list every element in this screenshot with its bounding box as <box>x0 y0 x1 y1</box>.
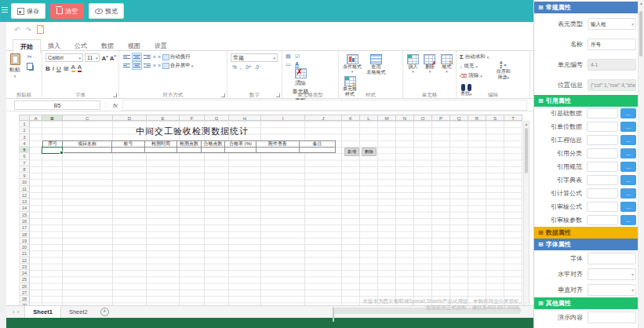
ref-more-button[interactable]: ... <box>620 202 636 212</box>
dialog-launcher-icon[interactable] <box>276 93 280 97</box>
fill-button[interactable]: ↓填充▾ <box>460 63 489 70</box>
indent-right-icon[interactable]: » <box>158 63 161 68</box>
row-header-14[interactable]: 14 <box>19 205 30 211</box>
column-header-R[interactable]: R <box>468 115 486 121</box>
row-header-21[interactable]: 21 <box>19 250 30 257</box>
ref-more-button[interactable]: ... <box>620 135 636 145</box>
paste-button[interactable]: 粘贴▾ <box>9 53 20 78</box>
font-name-select[interactable]: Calibri▾ <box>45 53 83 62</box>
column-header-M[interactable]: M <box>378 115 396 121</box>
row-header-28[interactable]: 28 <box>19 296 30 302</box>
percent-icon[interactable]: % <box>232 64 237 71</box>
ref-more-button[interactable]: ... <box>620 148 636 159</box>
ref-field-input[interactable] <box>587 148 618 159</box>
dialog-launcher-icon[interactable] <box>113 93 117 97</box>
align-bottom-icon[interactable] <box>143 53 151 60</box>
delete-row-button[interactable]: 删除 <box>362 148 377 156</box>
align-left-icon[interactable] <box>122 62 131 69</box>
column-header-T[interactable]: T <box>504 115 522 121</box>
vertical-scroll-thumb[interactable] <box>525 128 528 173</box>
row-header-8[interactable]: 8 <box>19 166 30 173</box>
sheet-title-cell[interactable]: 中间交工验收检测数据统计 <box>42 126 342 137</box>
combobox-cell-icon[interactable]: ▤ <box>286 53 293 60</box>
font-color-icon[interactable]: A <box>78 64 82 72</box>
row-header-26[interactable]: 26 <box>19 283 30 290</box>
row-header-11[interactable]: 11 <box>19 186 30 192</box>
ref-field-input[interactable] <box>587 122 618 132</box>
column-header-O[interactable]: O <box>414 115 432 121</box>
ref-more-button[interactable]: ... <box>620 122 636 132</box>
sheet-nav-arrows[interactable]: ‹› <box>6 308 24 315</box>
scroll-up-icon[interactable]: ▲ <box>524 122 529 127</box>
italic-icon[interactable]: I <box>53 65 54 72</box>
table-cell[interactable] <box>144 147 177 154</box>
section-font-properties[interactable]: ⊞ 字体属性 <box>534 239 639 250</box>
horizontal-align-select[interactable] <box>588 268 636 280</box>
indent-left-icon[interactable]: « <box>153 63 156 68</box>
section-reference-properties[interactable]: ⊞ 引用属性 <box>534 95 639 107</box>
format-cells-button[interactable]: ✎ 格式▾ <box>441 54 453 73</box>
grow-font-icon[interactable]: A▴ <box>101 53 107 62</box>
ref-more-button[interactable]: ... <box>620 108 636 118</box>
table-cell[interactable] <box>299 147 336 154</box>
ribbon-tab[interactable]: 数据 <box>94 39 121 53</box>
row-header-1[interactable]: 1 <box>19 121 30 127</box>
number-format-select[interactable]: 常规▾ <box>231 53 278 62</box>
column-header-J[interactable]: J <box>305 115 342 121</box>
row-header-9[interactable]: 9 <box>19 173 30 179</box>
scroll-up-icon[interactable]: ▲ <box>639 0 644 7</box>
row-header-7[interactable]: 7 <box>19 160 30 166</box>
comma-icon[interactable]: , <box>240 64 242 71</box>
ref-field-input[interactable] <box>587 108 618 118</box>
autosum-button[interactable]: Σ自动求和▾ <box>460 53 489 60</box>
redo-icon[interactable]: ↷ <box>26 26 32 34</box>
column-header-G[interactable]: G <box>205 115 229 121</box>
shrink-font-icon[interactable]: A▾ <box>110 53 116 62</box>
row-header-3[interactable]: 3 <box>19 134 30 140</box>
horizontal-scroll-thumb[interactable] <box>333 307 334 322</box>
delete-cells-button[interactable]: ✗ 删除▾ <box>424 54 435 73</box>
column-header-F[interactable]: F <box>180 115 205 121</box>
row-header-10[interactable]: 10 <box>19 179 30 185</box>
row-header-5[interactable]: 5 <box>19 147 30 153</box>
align-top-icon[interactable] <box>122 53 131 60</box>
decrease-indent-icon[interactable]: « <box>153 54 156 60</box>
column-header-H[interactable]: H <box>229 115 261 121</box>
table-cell[interactable] <box>256 147 300 154</box>
ref-field-input[interactable] <box>587 135 618 145</box>
row-header-19[interactable]: 19 <box>19 238 30 244</box>
row-header-12[interactable]: 12 <box>19 192 30 199</box>
vertical-scrollbar[interactable]: ▲ <box>523 121 529 315</box>
row-header-6[interactable]: 6 <box>19 153 30 159</box>
table-cell[interactable] <box>176 147 202 154</box>
spreadsheet-grid[interactable]: 中间交工验收检测数据统计 序号项目名称桩号检测时间检测点数合格点数合格率 (%)… <box>30 121 522 309</box>
formula-input[interactable] <box>122 100 527 111</box>
cut-icon[interactable]: ✂ <box>27 53 33 60</box>
sheet-tab[interactable]: Sheet1 <box>24 306 61 318</box>
row-header-24[interactable]: 24 <box>19 270 30 276</box>
borders-icon[interactable]: ⊞ <box>64 65 69 72</box>
table-cell[interactable] <box>201 147 225 154</box>
column-header-K[interactable]: K <box>342 115 360 121</box>
column-header-P[interactable]: P <box>432 115 450 121</box>
new-document-icon[interactable] <box>37 25 44 34</box>
row-header-16[interactable]: 16 <box>19 218 30 224</box>
table-cell[interactable] <box>111 147 145 154</box>
align-center-icon[interactable] <box>133 62 141 69</box>
column-header-B[interactable]: B <box>42 115 63 121</box>
row-header-13[interactable]: 13 <box>19 199 30 205</box>
ref-field-input[interactable] <box>587 188 618 199</box>
ref-field-input[interactable] <box>587 215 618 225</box>
ref-more-button[interactable]: ... <box>620 175 636 185</box>
ref-more-button[interactable]: ... <box>620 162 636 172</box>
underline-icon[interactable]: U <box>56 65 61 72</box>
column-header-D[interactable]: D <box>113 115 147 121</box>
column-header-N[interactable]: N <box>396 115 414 121</box>
ref-more-button[interactable]: ... <box>620 188 636 199</box>
select-all-corner[interactable] <box>19 115 30 121</box>
row-header-17[interactable]: 17 <box>19 224 30 231</box>
menu-icon[interactable] <box>2 7 8 13</box>
table-cell[interactable] <box>62 147 112 154</box>
hyperlink-cell-icon[interactable]: A <box>295 61 303 67</box>
increase-decimal-icon[interactable]: .0⁺ <box>245 64 252 71</box>
